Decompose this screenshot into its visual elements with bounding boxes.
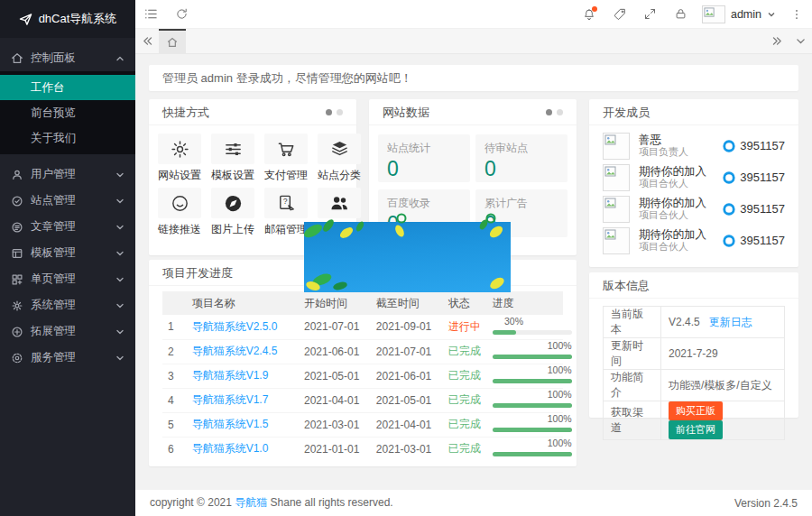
project-link[interactable]: 导航猫系统V1.5 — [192, 418, 269, 430]
current-version-value: V2.4.5 — [669, 316, 700, 328]
quick-action-template-settings[interactable]: 模板设置 — [211, 134, 254, 183]
member-qq-number: 3951157 — [740, 170, 785, 184]
features-value: 功能强/模板多/自定义 — [661, 370, 785, 401]
system-gear-icon — [11, 299, 23, 312]
sidebar-item-system[interactable]: 系统管理 — [0, 292, 135, 318]
people-icon — [329, 193, 350, 214]
quick-action-mail[interactable]: ? 邮箱管理 — [264, 188, 308, 237]
end-date: 2021-09-01 — [371, 315, 443, 339]
broken-image-icon — [604, 166, 617, 179]
sidebar-item-pages[interactable]: 单页管理 — [0, 266, 135, 292]
refresh-button[interactable] — [166, 0, 197, 29]
sidebar-item-users[interactable]: 用户管理 — [0, 161, 135, 188]
topbar: admin — [135, 0, 812, 29]
member-avatar — [603, 133, 630, 160]
sidebar-item-articles[interactable]: 文章管理 — [0, 214, 135, 240]
col-header-index — [162, 291, 187, 315]
end-date: 2021-07-01 — [371, 339, 443, 364]
progress-percent: 100% — [548, 413, 572, 424]
table-row: 2 导航猫系统V2.4.5 2021-06-01 2021-07-01 已完成 … — [162, 339, 563, 364]
tabs-scroll-left-button[interactable] — [135, 29, 159, 53]
sidebar-item-extensions[interactable]: 拓展管理 — [0, 318, 135, 345]
stat-label: 累计广告 — [484, 196, 558, 211]
quick-action-site-settings[interactable]: 网站设置 — [158, 134, 201, 183]
login-success-alert: 管理员 admin 登录成功，尽情管理您的网站吧！ — [149, 65, 798, 91]
quick-action-link-push[interactable]: 链接推送 — [158, 188, 201, 237]
row-index: 6 — [162, 437, 187, 461]
double-chevron-left-icon — [142, 35, 153, 47]
sidebar-item-templates[interactable]: 模板管理 — [0, 240, 135, 266]
card-title: 网站数据 — [383, 99, 546, 125]
more-menu-button[interactable] — [781, 0, 812, 29]
menu-toggle-button[interactable] — [135, 0, 166, 29]
end-date: 2021-04-01 — [371, 412, 443, 437]
chevron-down-icon — [115, 327, 125, 336]
members-list: 善恶项目负责人 3951157 期待你的加入项目合伙人 3951157 期待你的… — [589, 125, 798, 256]
notifications-button[interactable] — [574, 0, 604, 29]
project-link[interactable]: 导航猫系统V1.0 — [192, 442, 269, 455]
chevron-down-icon — [115, 170, 125, 180]
tab-home[interactable] — [159, 29, 186, 53]
quick-action-label: 网站设置 — [158, 167, 201, 183]
changelog-link[interactable]: 更新日志 — [709, 316, 752, 328]
sidebar-submenu: 工作台 前台预览 关于我们 — [0, 71, 135, 154]
tag-button[interactable] — [604, 0, 635, 29]
carousel-dot-active[interactable] — [546, 109, 552, 115]
tabs-menu-button[interactable] — [789, 29, 812, 53]
quick-action-label: 链接推送 — [158, 221, 201, 237]
sidebar-subitem-about-us[interactable]: 关于我们 — [0, 125, 135, 151]
project-link[interactable]: 导航猫系统V2.4.5 — [192, 345, 278, 357]
progress-bar: 100% — [493, 342, 572, 361]
quick-action-site-category[interactable]: 站点分类 — [318, 134, 361, 183]
end-date: 2021-05-01 — [371, 388, 443, 412]
sidebar-subitem-frontend-preview[interactable]: 前台预览 — [0, 100, 135, 125]
member-row: 期待你的加入项目合伙人 3951157 — [603, 161, 785, 193]
brand-link[interactable]: 导航猫 — [235, 496, 267, 509]
buy-genuine-button[interactable]: 购买正版 — [669, 401, 723, 420]
carousel-dot[interactable] — [337, 109, 343, 115]
dev-members-card: 开发成员 善恶项目负责人 3951157 期待你的加入项目合伙人 3951157… — [589, 99, 798, 267]
carousel-dot-active[interactable] — [326, 109, 332, 115]
stat-site-total: 站点统计 0 — [378, 134, 470, 182]
broken-image-icon — [604, 198, 617, 210]
sidebar-subitem-workbench[interactable]: 工作台 — [0, 75, 135, 100]
project-link[interactable]: 导航猫系统V1.9 — [192, 369, 269, 382]
progress-percent: 100% — [548, 438, 572, 448]
promo-banner-image[interactable] — [304, 222, 511, 292]
row-index: 1 — [162, 315, 187, 339]
sidebar-item-services[interactable]: 服务管理 — [0, 345, 135, 371]
project-link[interactable]: 导航猫系统V2.5.0 — [192, 320, 278, 333]
quick-action-image-upload[interactable]: 图片上传 — [211, 188, 254, 237]
qq-icon — [723, 171, 735, 184]
member-qq-number: 3951157 — [740, 139, 785, 152]
sidebar-item-dashboard[interactable]: 控制面板 — [0, 45, 135, 71]
sidebar-item-label: 系统管理 — [31, 298, 115, 313]
project-link[interactable]: 导航猫系统V1.7 — [192, 393, 269, 406]
chevron-down-icon — [115, 354, 125, 363]
double-chevron-right-icon — [771, 35, 783, 47]
user-menu[interactable]: admin — [697, 5, 781, 23]
lock-screen-button[interactable] — [666, 0, 697, 29]
quick-action-payment[interactable]: 支付管理 — [264, 134, 308, 183]
member-avatar — [603, 164, 630, 191]
stat-value: 0 — [387, 157, 461, 180]
start-date: 2021-03-01 — [299, 412, 371, 437]
official-site-button[interactable]: 前往官网 — [669, 420, 723, 439]
chevron-down-icon — [115, 249, 125, 258]
fullscreen-button[interactable] — [635, 0, 666, 29]
svg-text:?: ? — [282, 197, 287, 206]
quick-action-label: 模板设置 — [211, 167, 254, 183]
tabs-scroll-right-button[interactable] — [765, 29, 789, 53]
status-badge: 已完成 — [448, 393, 481, 406]
col-header-status: 状态 — [443, 291, 487, 315]
sidebar-item-sites[interactable]: 站点管理 — [0, 188, 135, 214]
home-tab-icon — [166, 36, 179, 49]
footer: copyright © 2021 导航猫 Shane all rights re… — [135, 490, 812, 516]
gear-icon — [170, 139, 190, 160]
carousel-dot[interactable] — [557, 109, 563, 115]
version-row-label: 更新时间 — [604, 338, 661, 370]
progress-bar: 30% — [493, 318, 572, 336]
status-badge: 已完成 — [448, 418, 481, 430]
quick-action-label: 图片上传 — [211, 221, 254, 237]
row-index: 3 — [162, 364, 187, 388]
